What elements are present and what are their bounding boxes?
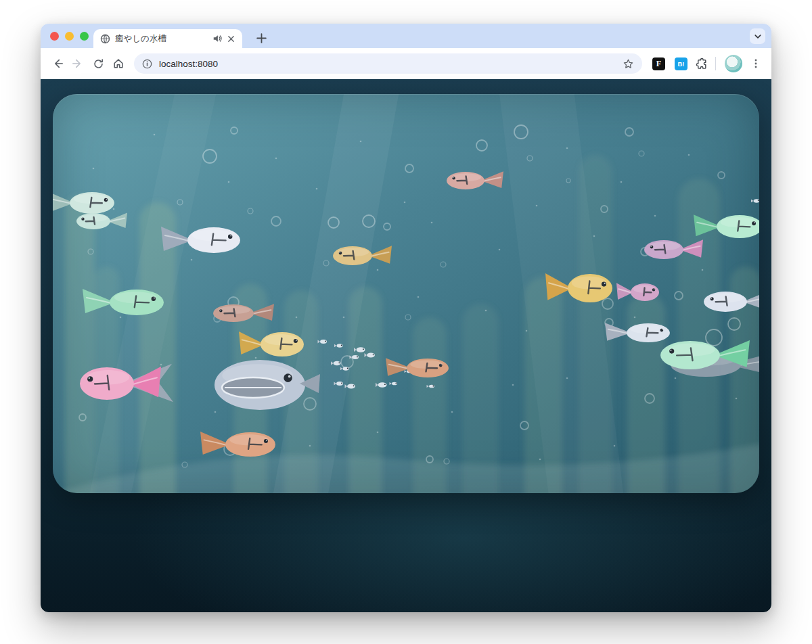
water-speck (228, 181, 230, 183)
water-speck (702, 269, 704, 271)
bookmark-star-icon[interactable] (623, 58, 634, 70)
water-speck (316, 188, 318, 190)
water-speck (688, 154, 690, 156)
bubble (271, 216, 281, 226)
water-speck (431, 222, 433, 224)
aquarium-page (41, 79, 771, 612)
water-speck (526, 330, 528, 332)
forward-button[interactable] (68, 53, 88, 74)
small-fish (390, 382, 398, 386)
water-speck (634, 317, 636, 319)
seaweed-blade (524, 277, 562, 493)
water-speck (120, 317, 122, 319)
aquarium-canvas (53, 94, 759, 493)
water-speck (451, 411, 453, 413)
new-tab-button[interactable] (252, 28, 271, 47)
minimize-window-button[interactable] (65, 32, 74, 41)
small-fish (751, 199, 759, 202)
fish (76, 212, 127, 229)
tab-strip: 癒やしの水槽 (41, 24, 771, 48)
bubble (718, 172, 725, 179)
fish (53, 191, 114, 214)
water-speck (215, 411, 217, 413)
water-speck (255, 357, 257, 359)
fish (200, 432, 275, 457)
zoom-window-button[interactable] (80, 32, 89, 41)
toolbar-divider (715, 57, 716, 70)
bubble (405, 164, 413, 172)
fish (616, 283, 659, 301)
water-speck (154, 134, 156, 136)
browser-toolbar: localhost:8080 F B! (41, 48, 771, 79)
water-speck (93, 168, 95, 170)
water-speck (654, 215, 656, 217)
fish (447, 171, 503, 189)
water-speck (614, 445, 616, 447)
fish (333, 246, 392, 265)
water-speck (736, 398, 738, 400)
back-button[interactable] (47, 53, 68, 74)
tab-audio-icon[interactable] (212, 34, 222, 43)
seaweed-blade (65, 196, 95, 493)
water-speck (621, 181, 623, 183)
water-speck (499, 249, 501, 251)
water-speck (566, 377, 568, 380)
tab-title: 癒やしの水槽 (115, 33, 208, 45)
site-info-icon[interactable] (142, 59, 152, 69)
water-speck (191, 259, 193, 261)
address-bar[interactable]: localhost:8080 (134, 53, 642, 74)
profile-avatar[interactable] (725, 55, 742, 72)
water-speck (485, 310, 487, 312)
water-speck (418, 296, 420, 298)
water-speck (512, 384, 514, 386)
bubble (639, 151, 644, 156)
bubble (231, 127, 238, 134)
tab-aquarium[interactable]: 癒やしの水槽 (93, 29, 242, 48)
water-speck (377, 269, 379, 271)
water-speck (539, 459, 541, 461)
water-speck (536, 205, 538, 207)
bubble (203, 150, 217, 163)
water-speck (404, 202, 406, 204)
extension-hatena-button[interactable]: B! (675, 58, 687, 70)
fish (386, 358, 449, 377)
globe-favicon-icon (100, 34, 110, 44)
bubble (248, 208, 253, 214)
close-window-button[interactable] (50, 32, 59, 41)
water-speck (343, 317, 345, 319)
water-speck (593, 235, 595, 237)
bubble (405, 315, 411, 320)
aquarium-tank (53, 94, 759, 493)
browser-window: 癒やしの水槽 (41, 24, 771, 612)
bubble (441, 262, 446, 267)
water-speck (566, 147, 568, 150)
water-speck (113, 208, 115, 210)
water-speck (160, 364, 162, 366)
bubble (625, 128, 633, 136)
bubble (384, 223, 390, 230)
water-speck (275, 158, 277, 160)
tab-close-icon[interactable] (227, 34, 235, 43)
menu-kebab-icon[interactable] (747, 54, 765, 73)
bubble (476, 140, 487, 151)
url-text: localhost:8080 (159, 59, 623, 69)
water-speck (675, 377, 677, 380)
traffic-lights (41, 32, 89, 41)
extension-f-button[interactable]: F (652, 58, 665, 70)
extensions-puzzle-icon[interactable] (692, 54, 711, 73)
water-speck (296, 317, 298, 319)
home-button[interactable] (108, 53, 129, 74)
water-speck (360, 141, 362, 143)
fish (605, 323, 670, 342)
water-speck (309, 445, 311, 447)
water-speck (377, 432, 379, 434)
tab-search-button[interactable] (750, 28, 765, 44)
reload-button[interactable] (88, 53, 108, 74)
